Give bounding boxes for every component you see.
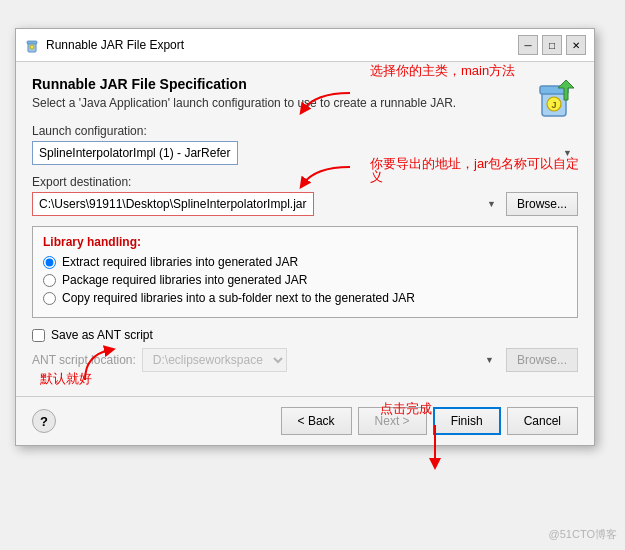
radio-package-input[interactable] (43, 274, 56, 287)
export-dest-browse-button[interactable]: Browse... (506, 192, 578, 216)
close-button[interactable]: ✕ (566, 35, 586, 55)
arrow-4-svg (415, 420, 455, 475)
annotation-4: 点击完成 (380, 400, 432, 418)
dialog-footer: ? < Back Next > Finish Cancel (16, 396, 594, 445)
ant-checkbox[interactable] (32, 329, 45, 342)
export-dest-select[interactable]: C:\Users\91911\Desktop\SplineInterpolato… (32, 192, 314, 216)
radio-extract: Extract required libraries into generate… (43, 255, 567, 269)
library-title: Library handling: (43, 235, 567, 249)
title-bar-controls: ─ □ ✕ (518, 35, 586, 55)
ant-checkbox-row: Save as ANT script (32, 328, 578, 342)
header-jar-icon: J (530, 72, 578, 123)
jar-title-icon (24, 37, 40, 53)
back-button[interactable]: < Back (281, 407, 352, 435)
arrow-2-svg (295, 162, 355, 192)
ant-checkbox-label: Save as ANT script (51, 328, 153, 342)
title-bar-left: Runnable JAR File Export (24, 37, 184, 53)
svg-rect-1 (27, 41, 37, 44)
radio-extract-input[interactable] (43, 256, 56, 269)
arrow-3-svg (80, 345, 120, 385)
radio-package-label: Package required libraries into generate… (62, 273, 307, 287)
header-text: Runnable JAR File Specification Select a… (32, 76, 520, 124)
radio-package: Package required libraries into generate… (43, 273, 567, 287)
title-bar-title: Runnable JAR File Export (46, 38, 184, 52)
svg-text:J: J (551, 100, 556, 110)
radio-copy-label: Copy required libraries into a sub-folde… (62, 291, 415, 305)
ant-location-select: D:\eclipseworkspace (142, 348, 287, 372)
cancel-button[interactable]: Cancel (507, 407, 578, 435)
annotation-2b: 义 (370, 168, 383, 186)
maximize-button[interactable]: □ (542, 35, 562, 55)
help-button[interactable]: ? (32, 409, 56, 433)
library-group: Library handling: Extract required libra… (32, 226, 578, 318)
export-dest-row: C:\Users\91911\Desktop\SplineInterpolato… (32, 192, 578, 216)
watermark: @51CTO博客 (549, 527, 617, 542)
minimize-button[interactable]: ─ (518, 35, 538, 55)
launch-config-select[interactable]: SplineInterpolatorImpl (1) - JarRefer (32, 141, 238, 165)
jar-icon-svg: J (530, 72, 578, 120)
launch-config-label: Launch configuration: (32, 124, 578, 138)
svg-point-2 (30, 45, 34, 49)
radio-extract-label: Extract required libraries into generate… (62, 255, 298, 269)
annotation-2: 你要导出的地址，jar包名称可以自定 (370, 155, 579, 173)
ant-location-select-wrapper: D:\eclipseworkspace (142, 348, 500, 372)
title-bar: Runnable JAR File Export ─ □ ✕ (16, 29, 594, 62)
radio-copy-input[interactable] (43, 292, 56, 305)
section-desc: Select a 'Java Application' launch confi… (32, 96, 520, 110)
export-dest-select-wrapper: C:\Users\91911\Desktop\SplineInterpolato… (32, 192, 502, 216)
radio-copy: Copy required libraries into a sub-folde… (43, 291, 567, 305)
arrow-1-svg (295, 88, 355, 118)
ant-browse-button: Browse... (506, 348, 578, 372)
annotation-1: 选择你的主类，main方法 (370, 62, 515, 80)
